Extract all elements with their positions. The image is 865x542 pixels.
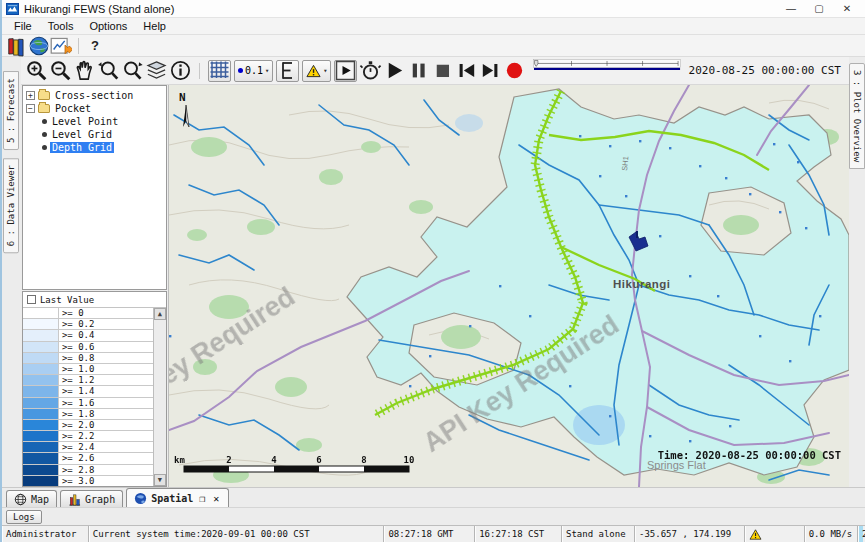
svg-text:N: N [179, 91, 186, 104]
status-coordinates: -35.657 , 174.199 [635, 526, 745, 542]
color-swatch [23, 442, 59, 452]
menu-options[interactable]: Options [81, 19, 135, 33]
main-toolbar: ? [2, 35, 865, 57]
toolbar-separator [78, 38, 79, 54]
color-swatch [23, 420, 59, 430]
minimize-button[interactable]: — [777, 1, 805, 17]
tree-item-level-grid[interactable]: Level Grid [26, 128, 166, 141]
folder-icon [38, 104, 50, 113]
node-bullet-icon [42, 119, 47, 124]
layers-icon[interactable] [145, 60, 168, 82]
explorer-icon[interactable] [6, 36, 28, 55]
animation-dialog-button[interactable] [334, 60, 357, 82]
app-logo-icon [6, 3, 19, 15]
legend-row: >= 2.0 [23, 420, 153, 431]
svg-text:8: 8 [361, 455, 366, 465]
skip-start-button[interactable] [455, 60, 478, 82]
legend-scrollbar[interactable]: ▲ ▼ [153, 308, 166, 486]
color-swatch [23, 398, 59, 408]
play-button[interactable] [383, 60, 406, 82]
legend-row: >= 0 [23, 308, 153, 319]
tab-forecast[interactable]: 5 : Forecast [3, 71, 19, 150]
tree-item-cross-section[interactable]: + Cross-section [26, 89, 166, 102]
threshold-dropdown-button[interactable]: 0.1 ▾ [234, 60, 273, 82]
last-value-checkbox[interactable] [27, 295, 36, 304]
warning-dropdown-button[interactable]: ▾ [302, 60, 331, 82]
skip-end-button[interactable] [479, 60, 502, 82]
profile-button[interactable] [276, 60, 299, 82]
map-toolbar: 0.1 ▾ ▾ [21, 57, 849, 85]
zoom-previous-icon[interactable] [97, 60, 120, 82]
legend-row: >= 2.2 [23, 431, 153, 442]
map-viewport[interactable]: SH1 Hikurangi Springs Flat API Key Requi… [169, 85, 849, 487]
color-swatch [23, 319, 59, 329]
scroll-down-icon[interactable]: ▼ [154, 474, 166, 486]
menu-file[interactable]: File [6, 19, 40, 33]
legend-row: >= 1.8 [23, 409, 153, 420]
left-tab-strip: 5 : Forecast 6 : Data Viewer [2, 57, 21, 487]
tab-graph[interactable]: Graph [60, 490, 123, 507]
town-label: Hikurangi [613, 278, 671, 290]
zoom-in-icon[interactable] [25, 60, 48, 82]
status-warning[interactable] [745, 526, 804, 542]
timeseries-dialog-icon[interactable] [50, 36, 72, 55]
map-globe-icon[interactable] [28, 36, 50, 55]
color-swatch [23, 431, 59, 441]
bar-chart-icon [68, 493, 81, 506]
color-swatch [23, 409, 59, 419]
stop-button[interactable] [431, 60, 454, 82]
tree-item-pocket[interactable]: − Pocket [26, 102, 166, 115]
svg-text:2: 2 [226, 455, 231, 465]
timeline-datetime: 2020-08-25 00:00:00 CST [689, 64, 845, 77]
tab-spatial[interactable]: Spatial ❐ ✕ [126, 488, 229, 507]
record-button[interactable] [503, 60, 526, 82]
legend-row: >= 2.6 [23, 453, 153, 464]
color-swatch [23, 308, 59, 318]
road-label: SH1 [620, 156, 630, 171]
svg-text:km: km [174, 455, 185, 465]
menu-help[interactable]: Help [135, 19, 174, 33]
close-button[interactable]: ✕ [833, 1, 861, 17]
color-swatch [23, 465, 59, 475]
tree-item-level-point[interactable]: Level Point [26, 115, 166, 128]
warning-icon [749, 529, 762, 540]
tree-item-depth-grid[interactable]: Depth Grid [26, 141, 166, 154]
status-gmt-time: 08:27:18 GMT [384, 526, 475, 542]
tab-maximize-icon[interactable]: ❐ [197, 493, 207, 504]
tab-close-icon[interactable]: ✕ [211, 493, 221, 504]
logs-button[interactable]: Logs [6, 510, 42, 524]
movie-recorder-icon[interactable] [359, 60, 382, 82]
layer-tree: + Cross-section − Pocket Level Point [22, 85, 167, 290]
chevron-down-icon: ▾ [265, 67, 269, 75]
legend-row: >= 1.2 [23, 375, 153, 386]
tab-plot-overview[interactable]: 3 : Plot Overview [849, 63, 865, 169]
expand-icon[interactable]: + [26, 91, 35, 100]
help-button[interactable]: ? [85, 38, 105, 53]
logs-row: Logs [2, 507, 865, 525]
time-slider[interactable] [533, 59, 681, 83]
info-icon[interactable] [169, 60, 192, 82]
pan-hand-icon[interactable] [73, 60, 96, 82]
zoom-out-icon[interactable] [49, 60, 72, 82]
grid-layer-button[interactable] [208, 60, 231, 82]
threshold-dot-icon [238, 68, 243, 73]
menu-tools[interactable]: Tools [40, 19, 82, 33]
tab-map[interactable]: Map [6, 490, 57, 507]
legend-title: Last Value [40, 295, 94, 305]
chevron-down-icon: ▾ [323, 67, 327, 75]
collapse-icon[interactable]: − [26, 104, 35, 113]
tab-data-viewer[interactable]: 6 : Data Viewer [3, 158, 19, 253]
zoom-next-icon[interactable] [121, 60, 144, 82]
legend-row: >= 0.2 [23, 319, 153, 330]
title-bar: Hikurangi FEWS (Stand alone) — ▢ ✕ [2, 0, 865, 18]
map-time-label: Time: 2020-08-25 00:00:00 CST [658, 449, 841, 461]
folder-icon [38, 91, 50, 100]
svg-text:10: 10 [404, 455, 415, 465]
maximize-button[interactable]: ▢ [805, 1, 833, 17]
wireframe-globe-icon [14, 493, 27, 506]
legend-row: >= 0.4 [23, 330, 153, 341]
status-transfer-rate: 0.0 MB/s [805, 526, 858, 542]
pause-button[interactable] [407, 60, 430, 82]
scroll-up-icon[interactable]: ▲ [154, 308, 166, 320]
color-swatch [23, 453, 59, 463]
